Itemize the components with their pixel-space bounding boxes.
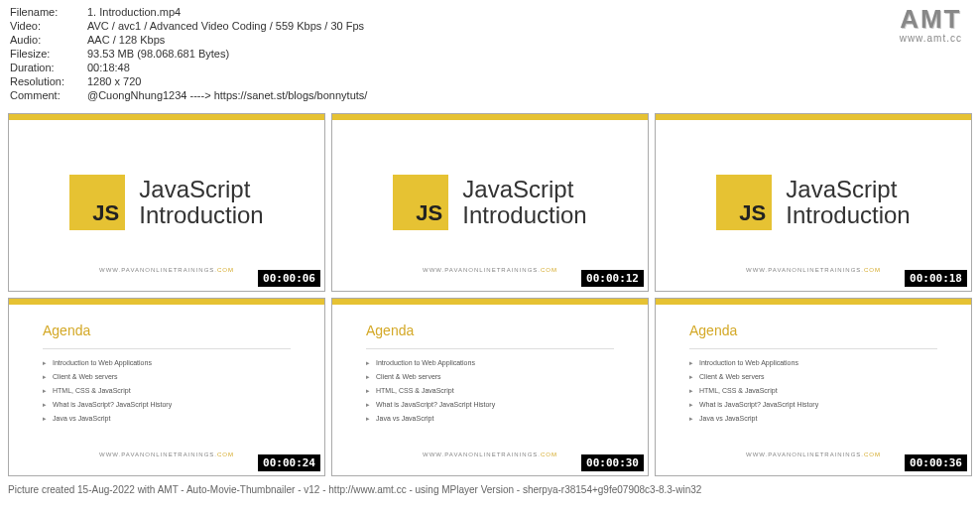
agenda-item: Client & Web servers — [366, 373, 614, 380]
metadata-header: Filename:1. Introduction.mp4 Video:AVC /… — [0, 0, 980, 109]
agenda-item: Introduction to Web Applications — [689, 359, 937, 366]
slide-title: JavaScriptIntroduction — [462, 177, 586, 229]
timestamp: 00:00:24 — [258, 454, 320, 471]
logo-url: www.amt.cc — [900, 33, 962, 44]
video-label: Video: — [10, 20, 87, 32]
divider — [43, 348, 291, 349]
agenda-item: HTML, CSS & JavaScript — [43, 387, 291, 394]
audio-value: AAC / 128 Kbps — [87, 34, 165, 46]
accent-bar — [656, 114, 971, 120]
slide-title: JavaScriptIntroduction — [139, 177, 263, 229]
agenda-heading: Agenda — [689, 323, 937, 338]
js-badge-icon: JS — [716, 175, 772, 230]
agenda-heading: Agenda — [366, 323, 614, 338]
slide-content: JS JavaScriptIntroduction — [332, 114, 648, 291]
timestamp: 00:00:06 — [258, 270, 320, 287]
thumbnail: Agenda Introduction to Web Applications … — [8, 298, 325, 476]
agenda-item: HTML, CSS & JavaScript — [366, 387, 614, 394]
comment-value: @CuongNhung1234 ----> https://sanet.st/b… — [87, 89, 367, 101]
slide-content: JS JavaScriptIntroduction — [656, 114, 971, 291]
timestamp: 00:00:12 — [581, 270, 644, 287]
agenda-slide: Agenda Introduction to Web Applications … — [656, 299, 971, 475]
thumbnail: Agenda Introduction to Web Applications … — [331, 298, 649, 476]
thumbnail: JS JavaScriptIntroduction WWW.PAVANONLIN… — [655, 113, 972, 292]
agenda-item: What is JavaScript? JavaScript History — [689, 401, 937, 408]
slide-content: JS JavaScriptIntroduction — [9, 114, 324, 291]
thumbnail: JS JavaScriptIntroduction WWW.PAVANONLIN… — [331, 113, 649, 292]
agenda-item: Java vs JavaScript — [366, 415, 614, 422]
filename-label: Filename: — [10, 6, 87, 18]
accent-bar — [332, 114, 648, 120]
audio-label: Audio: — [10, 34, 87, 46]
duration-value: 00:18:48 — [87, 62, 130, 73]
filename-value: 1. Introduction.mp4 — [87, 6, 181, 18]
timestamp: 00:00:18 — [905, 270, 967, 287]
agenda-item: Java vs JavaScript — [43, 415, 291, 422]
filesize-label: Filesize: — [10, 48, 87, 60]
resolution-value: 1280 x 720 — [87, 75, 141, 87]
agenda-item: Java vs JavaScript — [689, 415, 937, 422]
comment-label: Comment: — [10, 89, 87, 101]
agenda-slide: Agenda Introduction to Web Applications … — [332, 299, 648, 475]
accent-bar — [9, 114, 324, 120]
agenda-item: HTML, CSS & JavaScript — [689, 387, 937, 394]
thumbnail: JS JavaScriptIntroduction WWW.PAVANONLIN… — [8, 113, 325, 292]
agenda-item: Client & Web servers — [689, 373, 937, 380]
generator-credit: Picture created 15-Aug-2022 with AMT - A… — [0, 480, 980, 499]
agenda-slide: Agenda Introduction to Web Applications … — [9, 299, 324, 475]
thumbnail-grid: JS JavaScriptIntroduction WWW.PAVANONLIN… — [0, 109, 980, 480]
js-badge-icon: JS — [69, 175, 125, 230]
timestamp: 00:00:30 — [581, 454, 644, 471]
divider — [366, 348, 614, 349]
video-value: AVC / avc1 / Advanced Video Coding / 559… — [87, 20, 364, 32]
logo-text: AMT — [900, 4, 962, 35]
js-badge-icon: JS — [393, 175, 448, 230]
duration-label: Duration: — [10, 62, 87, 73]
agenda-item: What is JavaScript? JavaScript History — [43, 401, 291, 408]
agenda-item: Introduction to Web Applications — [366, 359, 614, 366]
divider — [689, 348, 937, 349]
agenda-item: What is JavaScript? JavaScript History — [366, 401, 614, 408]
resolution-label: Resolution: — [10, 75, 87, 87]
filesize-value: 93.53 MB (98.068.681 Bytes) — [87, 48, 229, 60]
agenda-item: Client & Web servers — [43, 373, 291, 380]
amt-logo: AMT www.amt.cc — [900, 4, 962, 44]
thumbnail: Agenda Introduction to Web Applications … — [655, 298, 972, 476]
slide-title: JavaScriptIntroduction — [786, 177, 910, 229]
timestamp: 00:00:36 — [905, 454, 967, 471]
agenda-heading: Agenda — [43, 323, 291, 338]
agenda-item: Introduction to Web Applications — [43, 359, 291, 366]
